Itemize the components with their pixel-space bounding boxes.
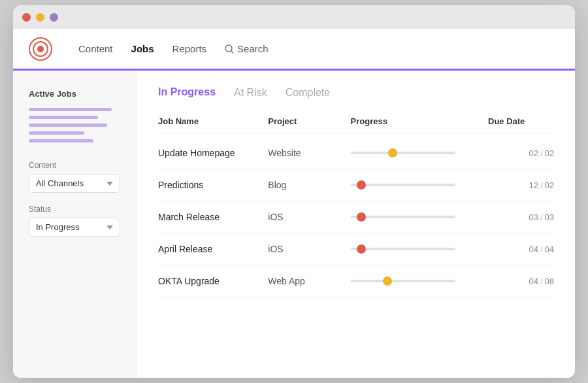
nav-jobs[interactable]: Jobs — [131, 43, 154, 54]
sidebar-bar — [29, 131, 84, 135]
table-row: OKTA Upgrade Web App 04/08 — [158, 265, 554, 297]
progress-track[interactable] — [351, 248, 455, 250]
svg-point-2 — [37, 46, 44, 52]
progress-dot — [383, 276, 392, 286]
content-filter-select[interactable]: All Channels Website Blog iOS Web App — [29, 174, 120, 193]
progress-cell — [351, 280, 488, 282]
tab-in-progress[interactable]: In Progress — [158, 86, 216, 101]
progress-track[interactable] — [351, 184, 455, 186]
sidebar-bars — [29, 108, 121, 142]
minimize-dot[interactable] — [36, 13, 44, 22]
job-name-cell: March Release — [158, 212, 268, 222]
project-cell: iOS — [268, 212, 350, 222]
progress-dot — [357, 180, 366, 190]
project-cell: iOS — [268, 244, 350, 254]
progress-cell — [351, 216, 488, 218]
project-cell: Web App — [268, 276, 350, 286]
tab-complete[interactable]: Complete — [286, 87, 330, 100]
progress-track[interactable] — [351, 152, 455, 154]
content-area: In Progress At Risk Complete Job Name Pr… — [137, 71, 575, 378]
close-dot[interactable] — [22, 13, 31, 22]
titlebar — [13, 5, 575, 29]
sidebar-bar — [29, 116, 98, 119]
search-label: Search — [237, 43, 269, 54]
due-date-cell: 03/03 — [488, 212, 554, 222]
project-cell: Website — [268, 148, 350, 158]
job-name-cell: April Release — [158, 244, 268, 254]
sidebar-bar — [29, 139, 93, 142]
table-row: April Release iOS 04/04 — [158, 233, 554, 265]
progress-dot — [357, 212, 366, 222]
due-date-cell: 04/04 — [488, 244, 554, 254]
progress-track[interactable] — [351, 280, 455, 282]
status-filter-section: Status In Progress At Risk Complete — [29, 205, 121, 237]
sidebar-bar — [29, 108, 112, 111]
header-progress: Progress — [351, 116, 488, 126]
nav-links: Content Jobs Reports Search — [78, 43, 269, 54]
job-name-cell: OKTA Upgrade — [158, 276, 268, 286]
table-row: Update Homepage Website 02/02 — [158, 137, 554, 169]
header-due-date: Due Date — [488, 116, 554, 126]
tab-at-risk[interactable]: At Risk — [234, 87, 267, 100]
jobs-table: Job Name Project Progress Due Date Updat… — [158, 116, 554, 297]
search-icon — [225, 44, 234, 54]
table-row: Predictions Blog 12/02 — [158, 169, 554, 201]
sidebar-bar — [29, 124, 107, 127]
navbar: Content Jobs Reports Search — [13, 29, 575, 71]
content-filter-label: Content — [29, 161, 121, 170]
status-filter-label: Status — [29, 205, 121, 214]
tabs: In Progress At Risk Complete — [158, 86, 554, 101]
due-date-cell: 12/02 — [488, 180, 554, 190]
table-rows: Update Homepage Website 02/02 Prediction… — [158, 137, 554, 297]
app-window: Content Jobs Reports Search Active Jobs — [13, 5, 575, 378]
progress-dot — [388, 148, 397, 158]
nav-content[interactable]: Content — [78, 43, 113, 54]
progress-cell — [351, 152, 488, 154]
content-filter-section: Content All Channels Website Blog iOS We… — [29, 161, 121, 193]
header-job-name: Job Name — [158, 116, 268, 126]
sidebar: Active Jobs Content All Channels Website… — [13, 71, 137, 378]
active-jobs-title: Active Jobs — [29, 89, 121, 99]
project-cell: Blog — [268, 180, 350, 190]
header-project: Project — [268, 116, 350, 126]
status-filter-select[interactable]: In Progress At Risk Complete — [29, 218, 120, 237]
svg-line-4 — [231, 51, 233, 53]
job-name-cell: Predictions — [158, 180, 268, 190]
table-row: March Release iOS 03/03 — [158, 201, 554, 233]
progress-cell — [351, 248, 488, 250]
due-date-cell: 04/08 — [488, 276, 554, 286]
progress-track[interactable] — [351, 216, 455, 218]
nav-reports[interactable]: Reports — [172, 43, 207, 54]
main-content: Active Jobs Content All Channels Website… — [13, 71, 575, 378]
app-logo — [29, 37, 52, 61]
progress-dot — [357, 244, 366, 254]
table-header: Job Name Project Progress Due Date — [158, 116, 554, 133]
zoom-dot[interactable] — [50, 13, 58, 22]
job-name-cell: Update Homepage — [158, 148, 268, 158]
nav-search[interactable]: Search — [225, 43, 269, 54]
due-date-cell: 02/02 — [488, 148, 554, 158]
progress-cell — [351, 184, 488, 186]
